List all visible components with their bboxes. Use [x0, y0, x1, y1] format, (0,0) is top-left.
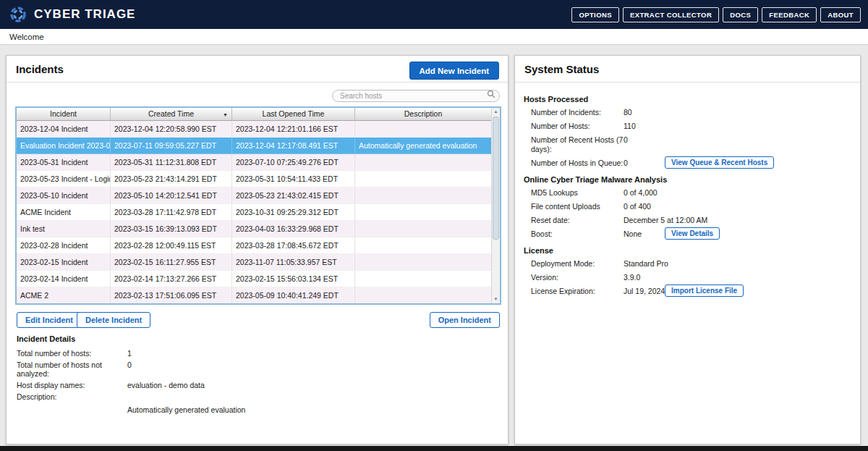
column-header-last-opened-time[interactable]: Last Opened Time [232, 108, 355, 121]
about-button[interactable]: ABOUT [820, 7, 861, 22]
column-header-incident[interactable]: Incident [17, 108, 111, 121]
incident-row-selected[interactable]: Evaluation Incident 2023-07-11 2023-07-1… [17, 138, 491, 154]
top-bar: CYBER TRIAGE OPTIONS EXTRACT COLLECTOR D… [0, 0, 868, 29]
cell-description [355, 204, 491, 221]
cell-description [355, 287, 491, 303]
detail-row: Description: Automatically generated eva… [17, 392, 498, 414]
view-details-button[interactable]: View Details [665, 227, 720, 240]
status-label: Reset date: [531, 216, 624, 225]
incident-row[interactable]: 2023-05-31 Incident 2023-05-31 11:12:31.… [17, 154, 491, 171]
feedback-button[interactable]: FEEDBACK [762, 7, 817, 22]
incidents-table-header: Incident Created Time▼ Last Opened Time … [17, 108, 491, 121]
logo: CYBER TRIAGE [0, 5, 135, 24]
cell-incident: 2023-05-23 Incident - Logins [17, 171, 111, 187]
cell-opened: 2023-05-23 21:43:02.415 EDT [232, 187, 355, 204]
detail-value: evaluation - demo data [127, 381, 205, 389]
incidents-table-content: Incident Created Time▼ Last Opened Time … [17, 108, 491, 303]
status-label: Number of Hosts in Queue: [531, 159, 624, 168]
options-button[interactable]: OPTIONS [571, 7, 619, 22]
incident-row[interactable]: 2023-05-10 Incident 2023-05-10 14:20:12.… [17, 187, 491, 204]
cell-description [355, 121, 491, 138]
cell-incident: 2023-05-31 Incident [17, 154, 111, 171]
status-value: December 5 at 12:00 AM [624, 216, 707, 225]
status-value: 0 [624, 159, 628, 168]
incident-row[interactable]: 2023-02-28 Incident 2023-02-28 12:00:49.… [17, 237, 491, 254]
status-value: 0 of 400 [624, 202, 651, 211]
tab-strip: Welcome [0, 29, 868, 45]
docs-button[interactable]: DOCS [723, 7, 758, 22]
detail-value: Automatically generated evaluation [127, 405, 498, 414]
section-heading-license: License [524, 246, 851, 255]
delete-incident-button[interactable]: Delete Incident [77, 312, 150, 328]
import-license-file-button[interactable]: Import License File [665, 284, 744, 297]
scrollbar-thumb[interactable] [493, 117, 499, 240]
status-row: Number of Incidents: 80 [531, 108, 851, 117]
cell-created: 2023-03-28 17:11:42.978 EDT [111, 204, 232, 221]
search-hosts [332, 88, 500, 101]
status-row: MD5 Lookups 0 of 4,000 [531, 188, 851, 198]
incident-row[interactable]: Ink test 2023-03-15 16:39:13.093 EDT 202… [17, 221, 491, 237]
edit-incident-button[interactable]: Edit Incident [17, 312, 82, 328]
status-label: MD5 Lookups [531, 188, 624, 198]
app-window: CYBER TRIAGE OPTIONS EXTRACT COLLECTOR D… [0, 0, 868, 451]
incident-row[interactable]: 2023-12-04 Incident 2023-12-04 12:20:58.… [17, 121, 491, 138]
cell-description [355, 237, 491, 254]
cell-created: 2023-12-04 12:20:58.990 EST [111, 121, 232, 138]
detail-row: Total number of hosts not analyzed: 0 [17, 361, 498, 378]
view-queue-recent-hosts-button[interactable]: View Queue & Recent Hosts [665, 156, 774, 169]
detail-row: Total number of hosts: 1 [17, 349, 498, 358]
column-header-description[interactable]: Description [355, 108, 491, 121]
column-header-created-time[interactable]: Created Time▼ [111, 108, 232, 121]
sort-desc-icon: ▼ [223, 109, 228, 121]
cell-opened: 2023-02-15 15:56:03.134 EST [232, 271, 355, 287]
table-scrollbar[interactable]: ▲ ▼ [491, 108, 500, 303]
detail-label: Total number of hosts: [17, 349, 127, 358]
status-label: Number of Recent Hosts (7 days): [531, 135, 624, 154]
status-value: 80 [624, 108, 632, 117]
status-label: Boost: [531, 229, 624, 239]
status-row: Boost: None View Details [531, 229, 851, 239]
status-label: License Expiration: [531, 287, 624, 296]
incident-row[interactable]: 2023-02-15 Incident 2023-02-15 16:11:27.… [17, 254, 491, 271]
cell-opened: 2023-03-28 17:08:45.672 EDT [232, 237, 355, 254]
cell-description [355, 254, 491, 271]
app-title: CYBER TRIAGE [34, 7, 135, 22]
status-value: 0 of 4,000 [624, 188, 658, 198]
cell-opened: 2023-12-04 12:21:01.166 EST [232, 121, 355, 138]
cell-incident: ACME Incident [17, 204, 111, 221]
cell-created: 2023-02-13 17:51:06.095 EST [111, 287, 232, 303]
status-row: Reset date: December 5 at 12:00 AM [531, 216, 851, 225]
cell-created: 2023-05-31 11:12:31.808 EDT [111, 154, 232, 171]
incident-row[interactable]: ACME Incident 2023-03-28 17:11:42.978 ED… [17, 204, 491, 221]
system-status-title: System Status [524, 63, 599, 75]
incidents-title: Incidents [16, 63, 64, 75]
status-label: Version: [531, 273, 624, 282]
cell-description: Automatically generated evaluation [355, 138, 491, 154]
cell-created: 2023-02-28 12:00:49.115 EST [111, 237, 232, 254]
incident-row[interactable]: 2023-05-23 Incident - Logins 2023-05-23 … [17, 171, 491, 187]
status-value: 0 [624, 135, 628, 154]
cell-opened: 2023-05-09 10:40:41.249 EDT [232, 287, 355, 303]
open-incident-button[interactable]: Open Incident [430, 312, 500, 328]
tab-welcome[interactable]: Welcome [0, 33, 44, 41]
status-label: Number of Incidents: [531, 108, 624, 117]
status-row: Number of Hosts in Queue: 0 View Queue &… [531, 159, 851, 168]
extract-collector-button[interactable]: EXTRACT COLLECTOR [623, 7, 719, 22]
scroll-down-icon[interactable]: ▼ [492, 295, 500, 303]
search-hosts-input[interactable] [332, 90, 500, 102]
status-value: Jul 19, 2024 [624, 287, 665, 296]
cyber-triage-logo-icon [9, 5, 27, 24]
incident-row[interactable]: ACME 2 2023-02-13 17:51:06.095 EST 2023-… [17, 287, 491, 303]
cell-incident: 2023-02-15 Incident [17, 254, 111, 271]
cell-incident: Ink test [17, 221, 111, 237]
cell-created: 2023-02-14 17:13:27.266 EST [111, 271, 232, 287]
scroll-up-icon[interactable]: ▲ [492, 108, 500, 116]
detail-row: Host display names: evaluation - demo da… [17, 381, 498, 389]
add-new-incident-button[interactable]: Add New Incident [409, 62, 499, 80]
panel-separator [7, 82, 508, 83]
cell-opened: 2023-12-04 12:17:08.491 EST [232, 138, 355, 154]
column-header-created-time-label: Created Time [148, 109, 194, 118]
status-row: Version: 3.9.0 [531, 273, 851, 282]
incident-row[interactable]: 2023-02-14 Incident 2023-02-14 17:13:27.… [17, 271, 491, 287]
top-bar-buttons: OPTIONS EXTRACT COLLECTOR DOCS FEEDBACK … [571, 7, 868, 22]
